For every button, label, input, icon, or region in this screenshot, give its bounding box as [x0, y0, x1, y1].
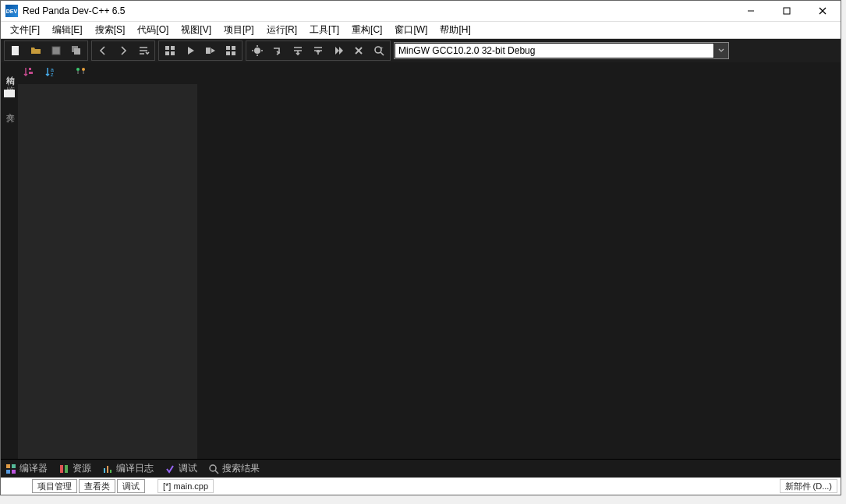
menubar: 文件[F] 编辑[E] 搜索[S] 代码[O] 视图[V] 项目[P] 运行[R… — [1, 22, 841, 39]
titlebar: DEV Red Panda Dev-C++ 6.5 — [1, 1, 841, 22]
resource-tab-label: 资源 — [73, 462, 91, 475]
menu-tools[interactable]: 工具[T] — [303, 22, 345, 38]
new-file-icon[interactable] — [6, 41, 25, 60]
svg-line-46 — [215, 471, 218, 474]
svg-rect-11 — [171, 51, 175, 55]
back-icon[interactable] — [94, 41, 112, 60]
svg-rect-44 — [110, 470, 112, 473]
toolbar: + MinGW GCC10.2.0 32-bit Debug — [1, 39, 841, 62]
bottom-strip: 项目管理 查看类 调试 [*] main.cpp 新部件 (D...) — [1, 478, 841, 495]
chevron-down-icon[interactable] — [714, 43, 728, 58]
svg-rect-7 — [74, 48, 80, 55]
svg-text:+: + — [381, 45, 384, 50]
search-tab-label: 搜索结果 — [222, 462, 260, 475]
svg-rect-8 — [165, 46, 169, 50]
resource-tab-icon — [58, 463, 69, 474]
svg-text:z: z — [51, 72, 54, 77]
window-title: Red Panda Dev-C++ 6.5 — [23, 5, 125, 16]
stop-debug-icon[interactable] — [349, 41, 368, 60]
side-tabs: 结构 监视 文件 — [1, 62, 18, 459]
svg-rect-29 — [29, 72, 33, 74]
tab-compilelog[interactable]: 编译日志 — [102, 462, 154, 475]
sidetab-file[interactable]: 文件 — [1, 103, 18, 112]
svg-point-45 — [210, 465, 216, 471]
tab-compiler[interactable]: 编译器 — [5, 462, 48, 475]
run-icon[interactable] — [181, 41, 200, 60]
svg-rect-4 — [12, 46, 19, 55]
sidetab-watch-icon[interactable] — [3, 89, 16, 100]
debug-icon[interactable] — [248, 41, 267, 60]
sort-alpha-icon[interactable]: az — [43, 64, 58, 79]
save-icon[interactable] — [47, 41, 65, 60]
step-out-icon[interactable] — [309, 41, 327, 60]
compiler-selector[interactable]: MinGW GCC10.2.0 32-bit Debug — [394, 42, 729, 59]
svg-rect-10 — [165, 51, 169, 55]
debug-tab-label: 调试 — [179, 462, 197, 475]
compilelog-tab-icon — [102, 463, 113, 474]
goto-line-icon[interactable] — [134, 41, 153, 60]
debug-tab-icon — [165, 463, 175, 474]
toolbar-nav-group — [91, 41, 155, 61]
svg-line-25 — [381, 52, 384, 55]
bottom-tabs: 编译器 资源 编译日志 调试 搜索结果 — [1, 459, 841, 478]
strip-right-box[interactable]: 新部件 (D...) — [780, 479, 838, 493]
svg-rect-27 — [4, 90, 15, 97]
svg-rect-15 — [226, 51, 230, 55]
step-into-icon[interactable] — [288, 41, 307, 60]
tab-search[interactable]: 搜索结果 — [208, 462, 260, 475]
menu-view[interactable]: 视图[V] — [175, 22, 218, 38]
tab-resource[interactable]: 资源 — [58, 462, 91, 475]
svg-point-33 — [82, 68, 85, 71]
menu-project[interactable]: 项目[P] — [218, 22, 260, 38]
forward-icon[interactable] — [114, 41, 133, 60]
toolbar-file-group — [4, 41, 88, 61]
close-button[interactable] — [805, 1, 841, 22]
compiler-selected-text: MinGW GCC10.2.0 32-bit Debug — [395, 44, 713, 58]
svg-rect-1 — [784, 8, 790, 14]
strip-tab-classview[interactable]: 查看类 — [79, 479, 115, 493]
svg-rect-5 — [52, 47, 60, 55]
strip-tab-debug[interactable]: 调试 — [117, 479, 145, 493]
central-area: 结构 监视 文件 az — [1, 62, 841, 459]
menu-run[interactable]: 运行[R] — [260, 22, 303, 38]
menu-edit[interactable]: 编辑[E] — [46, 22, 89, 38]
svg-rect-9 — [171, 46, 175, 50]
strip-file-tab[interactable]: [*] main.cpp — [158, 479, 214, 493]
class-view-icon[interactable] — [73, 64, 88, 79]
svg-rect-13 — [226, 46, 230, 50]
continue-icon[interactable] — [329, 41, 348, 60]
strip-tab-project[interactable]: 项目管理 — [32, 479, 77, 493]
sort-by-type-icon[interactable] — [21, 64, 37, 79]
svg-point-32 — [76, 68, 80, 71]
svg-point-17 — [254, 48, 260, 54]
sidetab-watch[interactable]: 监视 — [1, 76, 18, 86]
open-folder-icon[interactable] — [27, 41, 45, 60]
menu-search[interactable]: 搜索[S] — [89, 22, 132, 38]
rebuild-icon[interactable] — [221, 41, 240, 60]
svg-rect-42 — [104, 468, 105, 473]
svg-rect-37 — [12, 464, 16, 468]
add-watch-icon[interactable]: + — [370, 41, 388, 60]
compiler-tab-label: 编译器 — [19, 462, 48, 475]
step-over-icon[interactable] — [268, 41, 287, 60]
tab-debug[interactable]: 调试 — [165, 462, 197, 475]
menu-file[interactable]: 文件[F] — [4, 22, 46, 38]
svg-rect-41 — [65, 465, 68, 473]
maximize-button[interactable] — [769, 1, 805, 22]
menu-code[interactable]: 代码[O] — [131, 22, 175, 38]
sidetab-structure[interactable]: 结构 — [1, 65, 18, 75]
editor-area[interactable] — [197, 62, 841, 459]
save-all-icon[interactable] — [67, 41, 86, 60]
structure-toolbar: az — [18, 62, 197, 81]
compile-icon[interactable] — [161, 41, 179, 60]
minimize-button[interactable] — [733, 1, 769, 22]
svg-rect-14 — [232, 46, 235, 50]
menu-help[interactable]: 帮助[H] — [434, 22, 476, 38]
compile-run-icon[interactable] — [201, 41, 220, 60]
app-icon: DEV — [5, 5, 18, 17]
svg-rect-16 — [232, 51, 235, 55]
menu-refactor[interactable]: 重构[C] — [345, 22, 388, 38]
structure-list[interactable] — [18, 84, 197, 459]
compiler-tab-icon — [5, 463, 16, 474]
menu-window[interactable]: 窗口[W] — [388, 22, 434, 38]
